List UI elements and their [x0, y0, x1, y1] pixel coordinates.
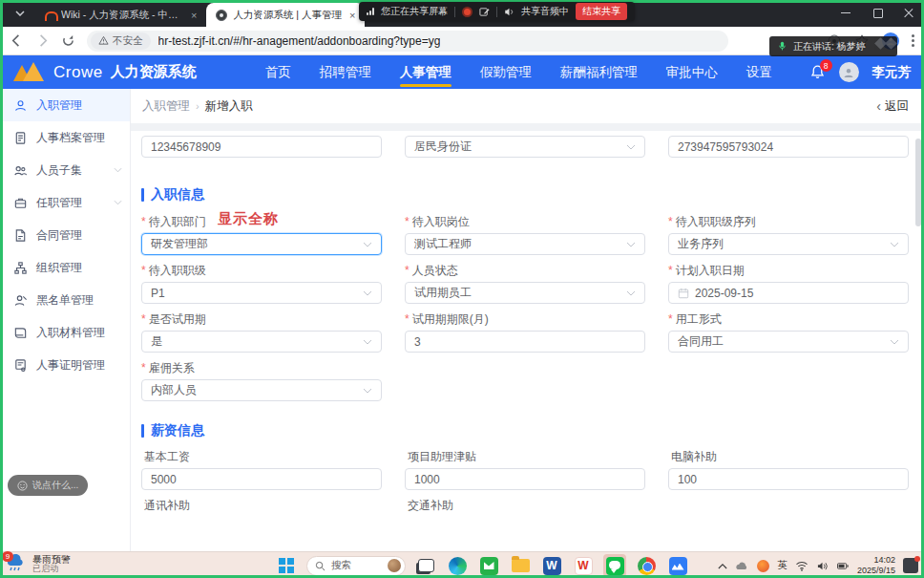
taskbar-clock[interactable]: 14:02 2025/9/15 — [857, 555, 895, 577]
tab-favicon — [216, 10, 227, 21]
field-value: 研发管理部 — [151, 236, 357, 252]
calendar-icon — [678, 288, 689, 299]
browser-tab[interactable]: Wiki - 人力资源系统 - 中竞发… × — [34, 3, 206, 27]
reload-icon[interactable] — [61, 33, 75, 48]
browser-tab[interactable]: 人力资源系统 | 人事管理 × — [206, 3, 365, 27]
breadcrumb-separator-icon: › — [196, 100, 200, 112]
required-asterisk: * — [668, 264, 673, 277]
speaker-icon[interactable] — [816, 561, 829, 571]
field-control[interactable]: P1 — [141, 282, 382, 304]
sidebar-item-blacklist[interactable]: 黑名单管理 — [0, 284, 130, 316]
field-control[interactable]: 12345678909 — [141, 136, 382, 158]
sidebar-item-position-management[interactable]: 任职管理 — [0, 186, 130, 219]
nav-item[interactable]: 人事管理 — [400, 55, 452, 89]
sidebar-item-personnel-subset[interactable]: 人员子集 — [0, 154, 130, 186]
field-control[interactable]: 研发管理部 — [141, 233, 382, 255]
nav-item[interactable]: 薪酬福利管理 — [560, 55, 638, 89]
search-placeholder: 搜索 — [331, 559, 382, 572]
back-icon[interactable] — [10, 33, 24, 48]
form-row-top: 12345678909 居民身份证 — [141, 136, 909, 158]
form-field: 12345678909 — [141, 136, 382, 158]
sidebar-item-personnel-files[interactable]: 人事档案管理 — [0, 121, 130, 154]
chrome-app-button[interactable] — [635, 554, 658, 577]
sidebar-item-label: 入职材料管理 — [36, 325, 105, 341]
field-control[interactable]: 3 — [405, 331, 645, 353]
field-control[interactable]: 合同用工 — [668, 331, 909, 353]
form-field: *待入职职级 P1 — [141, 264, 382, 304]
browser-menu-icon[interactable] — [912, 34, 914, 47]
close-icon[interactable] — [904, 8, 914, 18]
field-control[interactable]: 内部人员 — [141, 379, 382, 401]
user-avatar[interactable] — [839, 62, 859, 82]
field-control[interactable]: 测试工程师 — [405, 233, 645, 255]
field-control[interactable]: 273947595793024 — [668, 136, 909, 158]
docs-app-button[interactable] — [666, 554, 689, 577]
sidebar-item-hr-certificates[interactable]: 人事证明管理 — [0, 349, 130, 381]
wifi-icon[interactable] — [795, 561, 808, 571]
field-value: 试用期员工 — [414, 285, 620, 301]
field-control[interactable]: 业务序列 — [668, 233, 909, 255]
breadcrumb-parent[interactable]: 入职管理 — [142, 98, 190, 115]
field-control[interactable]: 试用期员工 — [405, 282, 645, 304]
tab-search-chevron-icon[interactable] — [10, 3, 31, 24]
taskbar-search[interactable]: 搜索 — [306, 556, 406, 576]
divider — [496, 7, 497, 17]
security-chip[interactable]: 不安全 — [91, 32, 151, 50]
annotate-icon[interactable] — [479, 7, 490, 17]
sidebar-item-onboarding-materials[interactable]: 入职材料管理 — [0, 316, 130, 349]
file-explorer-button[interactable] — [509, 554, 532, 577]
battery-icon[interactable] — [836, 561, 850, 571]
system-tray: 英 14:02 2025/9/15 — [718, 554, 918, 577]
field-control[interactable]: 2025-09-15 — [668, 282, 909, 304]
mail-app-button[interactable] — [477, 554, 500, 577]
meeting-app-tray-icon[interactable] — [903, 558, 918, 573]
task-view-button[interactable] — [414, 554, 437, 577]
field-control[interactable]: 1000 — [405, 468, 645, 490]
field-label: 雇佣关系 — [149, 360, 195, 376]
field-control[interactable]: 100 — [668, 468, 909, 490]
onedrive-cloud-icon[interactable] — [735, 561, 749, 570]
minimize-icon[interactable] — [841, 8, 851, 18]
tray-expand-icon[interactable] — [718, 563, 727, 569]
security-label: 不安全 — [113, 34, 143, 48]
wps-app-button[interactable]: W — [572, 554, 595, 577]
notification-bell[interactable]: 8 — [809, 64, 826, 80]
tab-close-icon[interactable]: × — [347, 10, 357, 21]
field-control[interactable]: 是 — [141, 331, 382, 353]
nav-item[interactable]: 审批中心 — [666, 55, 718, 89]
field-control[interactable]: 居民身份证 — [405, 136, 645, 158]
user-name[interactable]: 李元芳 — [872, 64, 912, 81]
field-label: 项目助理津贴 — [408, 449, 476, 465]
forward-icon[interactable] — [35, 33, 50, 48]
sidebar-item-onboarding[interactable]: 入职管理 — [0, 89, 130, 121]
sidebar-item-organization[interactable]: 组织管理 — [0, 251, 130, 284]
ime-language-indicator[interactable]: 英 — [777, 559, 788, 572]
back-button[interactable]: ‹ 返回 — [876, 98, 909, 115]
form-field: 电脑补助 100 — [668, 450, 909, 490]
url-text[interactable]: hr-test.zjf-it.cn/#/hr-anagement/addonbo… — [158, 34, 441, 48]
maximize-icon[interactable] — [872, 8, 883, 18]
edge-app-button[interactable] — [446, 554, 469, 577]
wechat-app-button[interactable] — [603, 554, 626, 577]
nav-item[interactable]: 招聘管理 — [320, 55, 371, 89]
chevron-down-icon — [363, 242, 372, 247]
nav-item-label: 人事管理 — [400, 64, 452, 81]
field-control[interactable]: 5000 — [141, 468, 382, 490]
ime-voice-icon[interactable] — [757, 560, 769, 572]
chevron-down-icon — [626, 290, 636, 296]
taskbar-weather-widget[interactable]: 9 暴雨预警 已启动 — [6, 554, 71, 574]
scrollbar-thumb[interactable] — [915, 139, 921, 226]
word-app-button[interactable]: W — [540, 554, 563, 577]
sidebar-item-contract-management[interactable]: 合同管理 — [0, 219, 130, 251]
stop-share-button[interactable]: 结束共享 — [576, 3, 627, 20]
nav-item[interactable]: 设置 — [746, 55, 772, 89]
meeting-chat-bubble[interactable]: 说点什么... — [8, 475, 88, 496]
record-icon[interactable] — [462, 7, 472, 17]
start-button[interactable] — [275, 554, 298, 577]
nav-item[interactable]: 假勤管理 — [480, 55, 532, 89]
nav-item[interactable]: 首页 — [265, 55, 291, 89]
field-value: 业务序列 — [678, 236, 884, 252]
address-bar[interactable]: 不安全 hr-test.zjf-it.cn/#/hr-anagement/add… — [87, 31, 728, 52]
tab-close-icon[interactable]: × — [189, 10, 199, 21]
form-field: 项目助理津贴 1000 — [405, 450, 645, 490]
